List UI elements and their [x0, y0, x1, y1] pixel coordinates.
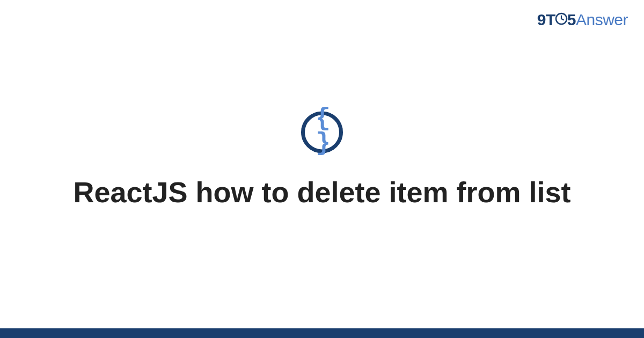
code-braces-icon: { }: [305, 106, 339, 156]
svg-line-2: [561, 19, 564, 20]
category-badge: { }: [301, 111, 343, 153]
clock-icon: [555, 11, 568, 29]
brand-part-5: 5: [567, 11, 576, 28]
brand-logo: 9T 5Answer: [537, 11, 628, 30]
brand-part-9: 9: [537, 11, 546, 28]
brand-part-answer: Answer: [576, 11, 628, 28]
footer-accent-bar: [0, 328, 644, 338]
brand-part-t: T: [546, 11, 555, 28]
main-content: { } ReactJS how to delete item from list: [0, 111, 644, 211]
page-title: ReactJS how to delete item from list: [0, 174, 644, 211]
